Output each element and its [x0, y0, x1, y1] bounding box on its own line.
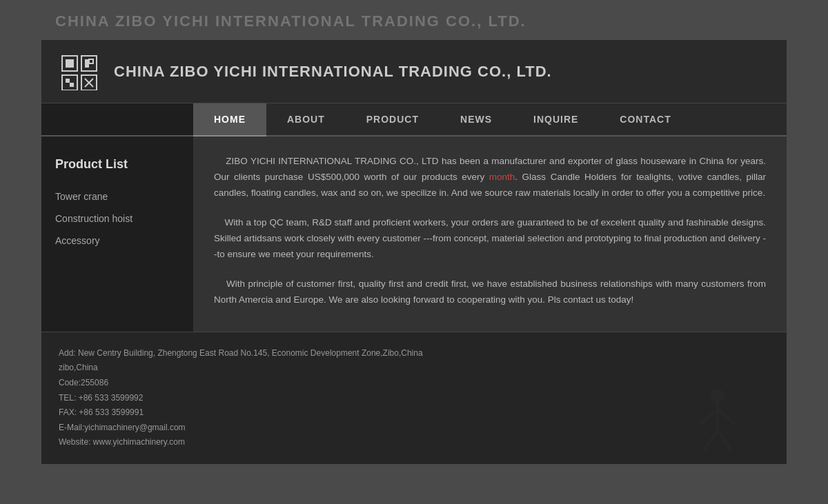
paragraph-3: With principle of customer first, qualit…	[214, 276, 766, 308]
bg-title: CHINA ZIBO YICHI INTERNATIONAL TRADING C…	[55, 12, 526, 30]
nav-item-contact[interactable]: CONTACT	[599, 103, 691, 135]
nav-item-home[interactable]: HOME	[193, 103, 266, 135]
content-area: Product List Tower crane Construction ho…	[41, 137, 787, 332]
svg-rect-7	[70, 83, 74, 87]
footer: Add: New Centry Building, Zhengtong East…	[41, 332, 787, 464]
footer-fax: FAX: +86 533 3599991	[59, 405, 769, 421]
footer-website: Website: www.yichimachinery.com	[59, 435, 769, 450]
svg-line-16	[718, 430, 731, 451]
footer-address: Add: New Centry Building, Zhengtong East…	[59, 346, 769, 361]
footer-city: zibo,China	[59, 361, 769, 376]
svg-line-14	[718, 410, 735, 423]
footer-code: Code:255086	[59, 376, 769, 391]
footer-tel: TEL: +86 533 3599992	[59, 391, 769, 406]
nav-bar: HOME ABOUT PRODUCT NEWS INQUIRE CONTACT	[41, 103, 787, 137]
product-list-title: Product List	[41, 150, 193, 185]
content-text: ZIBO YICHI INTERNATIONAL TRADING CO., LT…	[214, 154, 766, 308]
nav-left-spacer	[41, 103, 193, 135]
header: CHINA ZIBO YICHI INTERNATIONAL TRADING C…	[41, 40, 787, 103]
paragraph-1: ZIBO YICHI INTERNATIONAL TRADING CO., LT…	[214, 154, 766, 201]
main-content: ZIBO YICHI INTERNATIONAL TRADING CO., LT…	[193, 137, 787, 332]
svg-rect-4	[89, 59, 93, 63]
highlight-month: month	[489, 172, 515, 182]
main-window: CHINA ZIBO YICHI INTERNATIONAL TRADING C…	[41, 40, 787, 464]
footer-email: E-Mail:yichimachinery@gmail.com	[59, 421, 769, 436]
sidebar-item-accessory[interactable]: Accessory	[41, 230, 193, 252]
nav-items: HOME ABOUT PRODUCT NEWS INQUIRE CONTACT	[193, 103, 787, 135]
nav-item-about[interactable]: ABOUT	[266, 103, 346, 135]
svg-rect-1	[66, 59, 74, 68]
paragraph-2: With a top QC team, R&D staff and profic…	[214, 215, 766, 263]
nav-item-news[interactable]: NEWS	[440, 103, 513, 135]
sidebar: Product List Tower crane Construction ho…	[41, 137, 193, 332]
svg-line-13	[700, 410, 718, 423]
nav-item-product[interactable]: PRODUCT	[346, 103, 440, 135]
nav-item-inquire[interactable]: INQUIRE	[513, 103, 599, 135]
logo	[59, 52, 100, 90]
footer-contact: Add: New Centry Building, Zhengtong East…	[59, 346, 769, 450]
footer-watermark-figure	[690, 385, 745, 457]
sidebar-item-construction-hoist[interactable]: Construction hoist	[41, 208, 193, 230]
svg-rect-6	[66, 79, 70, 83]
sidebar-item-tower-crane[interactable]: Tower crane	[41, 185, 193, 208]
svg-point-11	[711, 389, 724, 403]
svg-line-15	[704, 430, 718, 451]
company-name: CHINA ZIBO YICHI INTERNATIONAL TRADING C…	[114, 63, 552, 81]
